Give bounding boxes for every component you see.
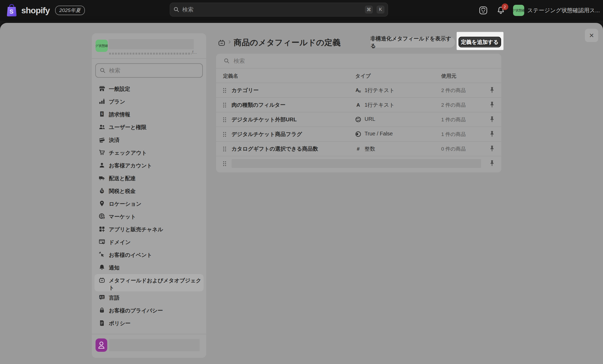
sidebar-item-policies[interactable]: ポリシー — [94, 317, 204, 330]
sidebar-item-customer-events[interactable]: お客様のイベント — [94, 249, 204, 261]
sidebar-search-input[interactable]: 検索 — [95, 63, 203, 78]
drag-handle-icon[interactable] — [222, 102, 227, 108]
store-menu[interactable]: グ状態確 ステージング状態確認用ス... — [513, 5, 600, 16]
svg-text:$: $ — [101, 112, 103, 116]
sidebar-item-billing[interactable]: $ 請求情報 — [94, 108, 204, 121]
definition-usage: 0 件の商品 — [441, 146, 466, 152]
table-row[interactable]: デジタルチケット商品フラグ True / False 1 件の商品 — [216, 127, 501, 142]
sidebar-item-taxes[interactable]: % 関税と税金 — [94, 185, 204, 197]
definition-usage: 1 件の商品 — [441, 116, 466, 123]
sidebar-item-apps[interactable]: アプリと販売チャネル — [94, 223, 204, 236]
global-search-placeholder: 検索 — [182, 6, 361, 13]
sidebar-item-general[interactable]: 一般設定 — [94, 82, 204, 95]
sidekick-button[interactable] — [478, 5, 489, 16]
sidebar-item-users[interactable]: ユーザーと権限 — [94, 121, 204, 134]
pin-icon[interactable] — [489, 130, 495, 138]
sidebar-item-metafields[interactable]: メタフィールドおよびメタオブジェクト — [94, 274, 204, 291]
sidebar-item-checkout[interactable]: チェックアウト — [94, 146, 204, 159]
svg-text:S: S — [10, 8, 14, 15]
column-header-type: タイプ — [355, 73, 371, 80]
definitions-table: 検索 定義名 タイプ 使用元 カテゴリー A 1行テキスト 2 件の商品 — [216, 54, 501, 172]
store-name: ステージング状態確認用ス... — [527, 7, 600, 14]
notification-count-badge: 2 — [502, 3, 508, 10]
sidebar-user[interactable] — [96, 338, 203, 352]
definition-type: 整数 — [365, 145, 375, 152]
table-row[interactable]: デジタルチケット外部URL URL 1 件の商品 — [216, 112, 501, 127]
sidebar-item-markets[interactable]: $ マーケット — [94, 210, 204, 223]
notifications-button[interactable]: 2 — [495, 5, 506, 16]
definition-name: 肉の種類のフィルター — [232, 101, 286, 109]
drag-handle-icon[interactable] — [222, 117, 227, 123]
sidebar-item-domains[interactable]: ドメイン — [94, 236, 204, 249]
settings-sidebar: グ状態確 f... 検索 一般設定 プラン $ 請求情報 ユーザーと権限 決済 … — [92, 33, 206, 358]
definition-name: カタログギフトの選択できる商品数 — [232, 145, 318, 152]
sidebar-footer-divider — [92, 334, 206, 334]
sidebar-item-languages[interactable]: A文 言語 — [94, 291, 204, 304]
global-search-input[interactable]: 検索 ⌘ K — [170, 3, 388, 16]
definition-usage: 1 件の商品 — [441, 131, 466, 138]
text-list-icon: A — [355, 87, 362, 94]
sidebar-item-payments[interactable]: 決済 — [94, 134, 204, 146]
metafields-icon — [98, 277, 105, 284]
meta-key-badge: ⌘ — [365, 6, 373, 14]
shopify-wordmark: shopify — [21, 6, 50, 15]
text-icon: A — [355, 101, 362, 108]
table-row[interactable] — [216, 156, 501, 171]
settings-modal: × グ状態確 f... 検索 一般設定 プラン $ 請求情報 ユーザーと権限 決… — [0, 23, 603, 364]
sidebar-item-shipping[interactable]: 配送と配達 — [94, 172, 204, 185]
customer-account-icon — [98, 162, 105, 169]
store-subtitle: f... — [109, 50, 197, 55]
table-row[interactable]: カテゴリー A 1行テキスト 2 件の商品 — [216, 83, 501, 98]
add-definition-button[interactable]: 定義を追加する — [459, 37, 501, 47]
definition-name: デジタルチケット商品フラグ — [232, 131, 302, 138]
drag-handle-icon[interactable] — [222, 88, 227, 93]
pin-icon[interactable] — [489, 101, 495, 109]
sidebar-item-customer-accounts[interactable]: お客様アカウント — [94, 159, 204, 172]
search-icon — [100, 67, 106, 74]
svg-text:%: % — [101, 190, 103, 193]
definition-type: URL — [365, 116, 375, 122]
search-icon — [173, 6, 180, 13]
column-header-usage: 使用元 — [441, 73, 456, 80]
column-header-name: 定義名 — [223, 73, 238, 80]
definition-usage: 2 件の商品 — [441, 102, 466, 109]
pin-icon[interactable] — [489, 86, 495, 94]
table-row[interactable]: 肉の種類のフィルター A 1行テキスト 2 件の商品 — [216, 98, 501, 112]
table-search-input[interactable]: 検索 — [216, 54, 501, 68]
apps-icon — [98, 226, 105, 233]
sidebar-item-plan[interactable]: プラン — [94, 95, 204, 108]
table-row[interactable]: カタログギフトの選択できる商品数 # 整数 0 件の商品 — [216, 142, 501, 156]
drag-handle-icon[interactable] — [222, 131, 227, 137]
sidebar-item-notifications[interactable]: 通知 — [94, 261, 204, 274]
table-header-row: 定義名 タイプ 使用元 — [216, 68, 501, 83]
breadcrumb-separator: › — [228, 37, 231, 46]
sidebar-item-privacy[interactable]: お客様のプライバシー — [94, 304, 204, 317]
redacted-store-url — [109, 53, 192, 55]
sidebar-search-placeholder: 検索 — [109, 67, 120, 74]
pin-icon[interactable] — [489, 145, 495, 152]
shopify-admin: S shopify 2025年夏 検索 ⌘ K 2 グ状態確 ステージング状態確… — [0, 0, 603, 364]
store-subtitle-tail: f... — [192, 50, 197, 55]
sidebar-nav: 一般設定 プラン $ 請求情報 ユーザーと権限 決済 チェックアウト お客様アカ… — [94, 82, 204, 330]
drag-handle-icon[interactable] — [222, 161, 227, 167]
domains-icon — [98, 238, 105, 245]
pin-icon[interactable] — [489, 116, 495, 123]
checkout-icon — [98, 149, 105, 156]
table-body: カテゴリー A 1行テキスト 2 件の商品 肉の種類のフィルター A 1行テキス… — [216, 83, 501, 171]
close-button[interactable]: × — [585, 29, 598, 42]
svg-text:A: A — [356, 102, 360, 108]
store-avatar: グ状態確 — [513, 5, 524, 16]
page-header: › 商品のメタフィールドの定義 非構造化メタフィールドを表示する 定義を追加する — [216, 35, 503, 54]
sidebar-item-locations[interactable]: ロケーション — [94, 197, 204, 210]
payments-icon — [98, 136, 105, 143]
pin-icon[interactable] — [489, 160, 495, 167]
svg-text:#: # — [357, 146, 360, 152]
show-unstructured-metafields-button[interactable]: 非構造化メタフィールドを表示する — [370, 37, 455, 48]
drag-handle-icon[interactable] — [222, 146, 227, 152]
store-icon — [98, 85, 105, 92]
shopify-logo[interactable]: S shopify 2025年夏 — [6, 4, 85, 17]
markets-icon: $ — [98, 213, 105, 220]
privacy-icon — [98, 307, 105, 314]
table-search-placeholder: 検索 — [234, 57, 245, 65]
notifications-icon — [98, 264, 105, 271]
